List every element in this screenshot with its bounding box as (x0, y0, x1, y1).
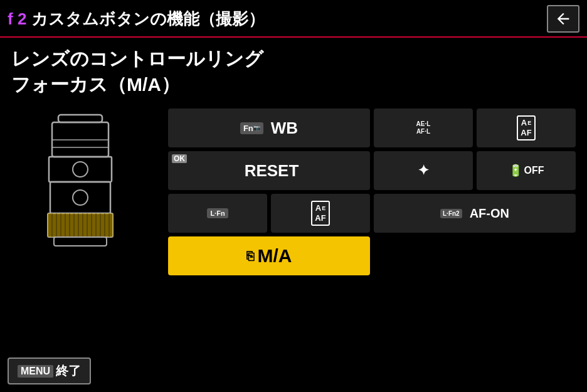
ok-label: OK (172, 154, 187, 163)
af-a-text: A (521, 118, 527, 128)
btn-ael-afl[interactable]: AE·L AF·L (374, 109, 473, 147)
svg-rect-8 (48, 213, 113, 237)
ma-ring-icon: ⎘ (246, 249, 254, 263)
lfn-af-top-row: A E (315, 203, 325, 213)
ael-text: AE·L (416, 120, 431, 128)
lfn-af-box: A E AF (311, 201, 329, 225)
btn-batt-off[interactable]: 🔋 OFF (477, 151, 576, 190)
btn-af-icon[interactable]: A E AF (477, 109, 576, 147)
af-e-text: E (527, 120, 531, 127)
subtitle: レンズのコントロールリング フォーカス（M/A） (0, 38, 587, 97)
header-title-text: カスタムボタンの機能（撮影） (31, 9, 265, 28)
svg-rect-4 (50, 182, 110, 213)
fn-sub: 📷 (253, 125, 260, 131)
btn-lfn2-afon[interactable]: L·Fn2 AF-ON (374, 194, 576, 233)
af-top-row: A E (521, 118, 531, 128)
reset-text: RESET (245, 161, 299, 181)
footer: MENU 終了 (8, 358, 91, 384)
header-title: f 2 カスタムボタンの機能（撮影） (8, 8, 265, 30)
menu-label: MENU (18, 365, 53, 378)
svg-rect-0 (58, 115, 102, 122)
afon-text: AF-ON (470, 206, 509, 221)
subtitle-line1: レンズのコントロールリング (11, 46, 576, 72)
btn-fn-wb[interactable]: Fn📷 WB (168, 109, 370, 147)
star-icon: ✦ (418, 162, 429, 179)
svg-point-3 (73, 162, 88, 177)
ma-text: M/A (258, 245, 292, 267)
svg-rect-23 (54, 237, 107, 246)
back-button[interactable] (547, 5, 579, 33)
af-bottom-text: AF (521, 128, 531, 138)
lfn-af-e: E (322, 205, 325, 212)
lfn-af-a: A (315, 203, 321, 213)
lens-area (11, 109, 149, 297)
main-content: Fn📷 WB AE·L AF·L A E AF OK RESET ✦ (0, 102, 587, 303)
batt-icon: 🔋 (509, 164, 522, 177)
lfn2-label: L·Fn2 (440, 209, 462, 218)
menu-end-text: 終了 (56, 363, 81, 379)
svg-rect-2 (49, 157, 112, 182)
btn-ok-reset[interactable]: OK RESET (168, 151, 370, 190)
menu-button[interactable]: MENU 終了 (8, 358, 91, 384)
lfn-label: L·Fn (207, 208, 228, 218)
header: f 2 カスタムボタンの機能（撮影） (0, 0, 587, 38)
header-prefix: f 2 (8, 9, 26, 28)
off-text: OFF (524, 165, 544, 176)
btn-star[interactable]: ✦ (374, 151, 473, 190)
buttons-grid: Fn📷 WB AE·L AF·L A E AF OK RESET ✦ (168, 109, 576, 297)
btn-lfn-af[interactable]: L·Fn (168, 194, 267, 233)
svg-point-5 (73, 190, 88, 205)
wb-text: WB (271, 119, 298, 138)
fn-icon: Fn📷 (240, 122, 263, 134)
subtitle-line2: フォーカス（M/A） (11, 72, 576, 98)
btn-lfn-af-icon[interactable]: A E AF (271, 194, 370, 233)
ael-afl-box: AE·L AF·L (416, 120, 431, 135)
lfn-af-bottom: AF (315, 213, 325, 223)
afl-text: AF·L (416, 128, 430, 135)
btn-ma[interactable]: ⎘ M/A (168, 236, 370, 275)
af-box: A E AF (517, 115, 535, 140)
lens-illustration (24, 109, 137, 297)
back-icon (554, 10, 572, 28)
